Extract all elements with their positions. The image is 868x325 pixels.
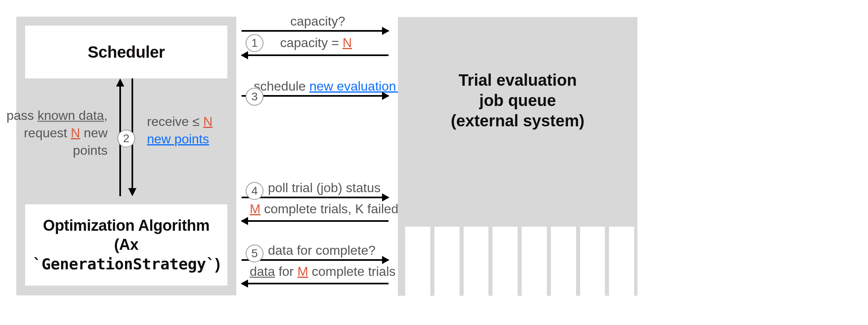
- poll-status-answer: M complete trials, K failed: [250, 202, 398, 217]
- job-queue-title-l2: job queue: [398, 90, 637, 110]
- algo-title-line2: (Ax `GenerationStrategy`): [25, 235, 227, 274]
- algo-code: `GenerationStrategy`: [32, 255, 215, 273]
- request-n: N: [71, 126, 80, 140]
- queue-slot: [464, 227, 489, 296]
- queue-slots-row: [405, 227, 634, 296]
- svg-marker-1: [116, 78, 124, 87]
- job-queue-title-l1: Trial evaluation: [398, 70, 637, 90]
- algorithm-title: Optimization Algorithm (Ax `GenerationSt…: [25, 216, 227, 274]
- step-5-pair: 5 data for complete? data for M complete…: [242, 249, 389, 252]
- receive-pre: receive ≤: [147, 114, 203, 129]
- message-flow-column: capacity? 1 capacity = N schedule new ev…: [242, 0, 389, 325]
- capacity-answer-n: N: [343, 35, 352, 50]
- algorithm-box: Optimization Algorithm (Ax `GenerationSt…: [25, 204, 227, 286]
- known-data-text: known data: [37, 108, 104, 123]
- pass-pre: pass: [6, 108, 37, 123]
- step-5-badge: 5: [246, 245, 263, 262]
- scheduler-algo-link: 2 pass known data, request N new points …: [25, 78, 227, 196]
- queue-slot: [609, 227, 634, 296]
- poll-m: M: [250, 202, 261, 216]
- queue-slot: [492, 227, 518, 296]
- arrow-s1-left: [242, 54, 389, 56]
- job-queue-panel: Trial evaluation job queue (external sys…: [398, 17, 637, 296]
- step-1-badge: 1: [246, 34, 263, 52]
- new-points-text: new points: [147, 132, 209, 146]
- step-1-pair: capacity? 1 capacity = N: [242, 16, 389, 20]
- capacity-answer: capacity = N: [280, 35, 352, 50]
- step-4-badge: 4: [246, 182, 263, 200]
- job-queue-title: Trial evaluation job queue (external sys…: [398, 70, 637, 131]
- pass-request-label: pass known data, request N new points: [2, 107, 108, 160]
- arrow-s3-right: [242, 95, 389, 97]
- svg-marker-3: [128, 188, 136, 196]
- arrow-s4-right: [242, 197, 389, 198]
- data-mid: for: [275, 264, 297, 279]
- receive-n: N: [203, 114, 213, 129]
- queue-slot: [434, 227, 460, 296]
- step-4-pair: 4 poll trial (job) status M complete tri…: [242, 186, 389, 189]
- poll-status-label: poll trial (job) status: [268, 180, 380, 195]
- queue-slot: [405, 227, 430, 296]
- capacity-answer-pre: capacity =: [280, 35, 343, 50]
- queue-slot: [551, 227, 576, 296]
- scheduler-title: Scheduler: [88, 43, 165, 61]
- poll-rest: complete trials, K failed: [261, 202, 399, 216]
- arrow-s1-right: [242, 30, 389, 32]
- pass-post: ,: [104, 108, 108, 123]
- queue-slot: [580, 227, 605, 296]
- queue-slot: [522, 227, 547, 296]
- schedule-pre: schedule: [254, 79, 309, 93]
- algo-pre: (Ax: [114, 236, 138, 253]
- capacity-question: capacity?: [290, 14, 345, 29]
- algo-title-line1: Optimization Algorithm: [25, 216, 227, 236]
- step-3-badge: 3: [246, 88, 263, 106]
- arrow-s5-left: [242, 283, 389, 284]
- scheduler-algo-panel: Scheduler 2 pass known data, request N n…: [16, 17, 236, 295]
- data-rest: complete trials: [308, 264, 395, 279]
- data-question: data for complete?: [268, 243, 376, 258]
- request-pre: request: [24, 126, 71, 140]
- step-2-badge: 2: [117, 130, 135, 147]
- job-queue-title-l3: (external system): [398, 110, 637, 131]
- arrow-s4-left: [242, 220, 389, 222]
- data-answer: data for M complete trials: [250, 264, 395, 279]
- step-3-pair: schedule new evaluation jobs 3: [242, 81, 389, 83]
- data-m: M: [297, 264, 308, 279]
- scheduler-box: Scheduler: [25, 26, 227, 78]
- data-word: data: [250, 264, 275, 279]
- arrow-s5-right: [242, 259, 389, 261]
- receive-label: receive ≤ N new points: [147, 113, 240, 148]
- algo-post: ): [215, 256, 220, 273]
